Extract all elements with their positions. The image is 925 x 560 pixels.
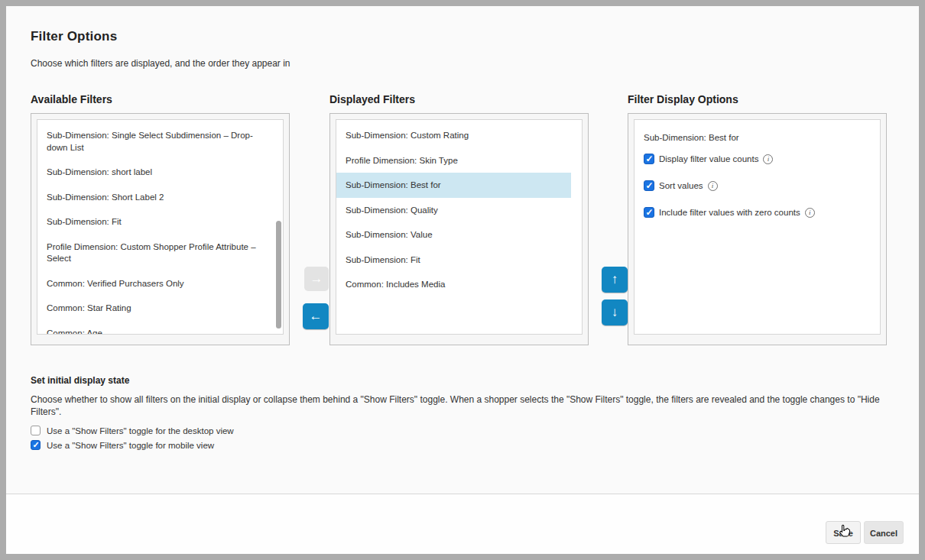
available-filters-scrollbar-track[interactable] xyxy=(275,121,282,333)
available-filter-item[interactable]: Common: Age xyxy=(37,321,272,335)
move-to-available-button[interactable]: ← xyxy=(303,303,329,329)
info-icon[interactable]: i xyxy=(805,208,815,218)
displayed-filter-item[interactable]: Sub-Dimension: Fit xyxy=(336,248,571,273)
available-filters-heading: Available Filters xyxy=(31,93,112,105)
cancel-button[interactable]: Cancel xyxy=(864,521,904,544)
page-title: Filter Options xyxy=(31,29,117,44)
arrow-right-icon: → xyxy=(310,271,323,286)
filter-options-dialog: Filter Options Choose which filters are … xyxy=(0,0,925,560)
filter-display-options-heading: Filter Display Options xyxy=(628,93,738,105)
displayed-filter-item[interactable]: Common: Includes Media xyxy=(336,272,571,297)
info-icon[interactable]: i xyxy=(763,154,773,164)
displayed-filter-item[interactable]: Profile Dimension: Skin Type xyxy=(336,148,571,173)
show-filters-toggle-checkbox[interactable] xyxy=(31,426,41,435)
display-option-label: Display filter value counts xyxy=(659,154,758,163)
filter-display-options-panel: Sub-Dimension: Best forDisplay filter va… xyxy=(628,113,887,345)
displayed-filter-item[interactable]: Sub-Dimension: Value xyxy=(336,222,571,248)
available-filter-item[interactable]: Sub-Dimension: Fit xyxy=(37,209,272,235)
displayed-filters-list[interactable]: Sub-Dimension: Custom RatingProfile Dime… xyxy=(336,119,583,335)
move-filter-down-button[interactable]: ↓ xyxy=(602,299,628,325)
available-filter-item[interactable]: Sub-Dimension: short label xyxy=(37,160,272,185)
show-filters-toggle-label: Use a "Show Filters" toggle for mobile v… xyxy=(47,441,214,450)
displayed-filter-item[interactable]: Sub-Dimension: Best for xyxy=(336,173,571,198)
initial-display-checkbox-row: Use a "Show Filters" toggle for mobile v… xyxy=(31,438,234,452)
selected-filter-name: Sub-Dimension: Best for xyxy=(635,123,869,145)
arrow-up-icon: ↑ xyxy=(612,272,618,286)
displayed-filters-heading: Displayed Filters xyxy=(329,93,415,105)
display-option-checkbox[interactable] xyxy=(644,180,654,191)
display-option-row: Sort valuesi xyxy=(635,172,869,199)
arrow-down-icon: ↓ xyxy=(612,305,618,319)
arrow-left-icon: ← xyxy=(310,309,323,323)
show-filters-toggle-label: Use a "Show Filters" toggle for the desk… xyxy=(47,426,234,435)
displayed-filter-item[interactable]: Sub-Dimension: Custom Rating xyxy=(336,123,571,148)
available-filter-item[interactable]: Profile Dimension: Custom Shopper Profil… xyxy=(37,235,272,271)
display-option-checkbox[interactable] xyxy=(644,207,654,218)
move-to-displayed-button[interactable]: → xyxy=(304,267,329,291)
filter-display-options-content: Sub-Dimension: Best forDisplay filter va… xyxy=(634,119,881,335)
display-option-checkbox[interactable] xyxy=(644,154,654,164)
initial-display-heading: Set initial display state xyxy=(31,375,129,386)
available-filters-scrollbar-thumb[interactable] xyxy=(276,221,281,329)
save-button[interactable]: Save xyxy=(826,521,861,544)
info-icon[interactable]: i xyxy=(708,181,718,191)
available-filters-listbox: Sub-Dimension: Single Select Subdimensio… xyxy=(31,113,290,345)
available-filter-item[interactable]: Sub-Dimension: Short Label 2 xyxy=(37,185,272,210)
show-filters-toggle-checkbox[interactable] xyxy=(31,440,41,450)
available-filter-item[interactable]: Common: Verified Purchasers Only xyxy=(37,271,272,296)
footer-bar: Save Cancel xyxy=(6,494,919,554)
display-option-row: Include filter values with zero countsi xyxy=(635,199,869,225)
available-filter-item[interactable]: Sub-Dimension: Single Select Subdimensio… xyxy=(37,123,272,160)
initial-display-checkbox-row: Use a "Show Filters" toggle for the desk… xyxy=(31,423,234,438)
initial-display-description: Choose whether to show all filters on th… xyxy=(31,394,893,419)
display-option-label: Include filter values with zero counts xyxy=(659,208,800,217)
move-filter-up-button[interactable]: ↑ xyxy=(602,267,628,293)
displayed-filter-item[interactable]: Sub-Dimension: Quality xyxy=(336,198,571,223)
display-option-row: Display filter value countsi xyxy=(635,145,869,172)
display-option-label: Sort values xyxy=(659,181,703,190)
displayed-filters-listbox: Sub-Dimension: Custom RatingProfile Dime… xyxy=(329,113,589,345)
available-filters-list[interactable]: Sub-Dimension: Single Select Subdimensio… xyxy=(37,119,284,335)
available-filter-item[interactable]: Common: Star Rating xyxy=(37,296,272,321)
initial-display-checkbox-group: Use a "Show Filters" toggle for the desk… xyxy=(31,423,234,452)
page-subtitle: Choose which filters are displayed, and … xyxy=(31,58,290,69)
